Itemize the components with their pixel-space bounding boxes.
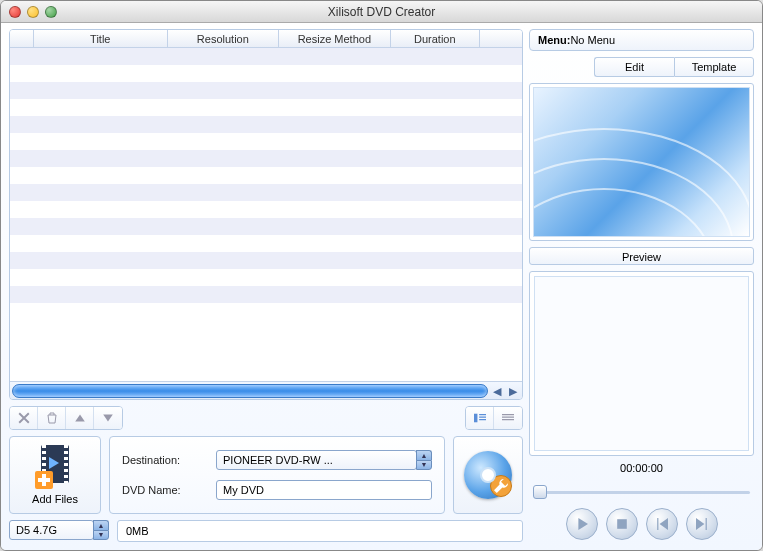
next-icon (696, 518, 708, 530)
menu-thumbnail-image (533, 87, 750, 237)
table-row (10, 133, 522, 150)
delete-item-button[interactable] (38, 407, 66, 429)
destination-row: Destination: PIONEER DVD-RW ... ▲▼ (122, 450, 432, 470)
scrollbar-track[interactable] (12, 384, 488, 398)
svg-rect-1 (617, 519, 627, 529)
x-icon (18, 412, 30, 424)
stop-icon (616, 518, 628, 530)
list-toolbar (9, 406, 523, 430)
disk-row: D5 4.7G ▲▼ 0MB (9, 520, 523, 542)
play-button[interactable] (566, 508, 598, 540)
menu-header-prefix: Menu: (538, 34, 570, 46)
table-row (10, 82, 522, 99)
horizontal-scrollbar[interactable]: ◀ ▶ (10, 381, 522, 399)
right-column: Menu: No Menu Edit Template Preview 00:0… (529, 29, 754, 542)
add-files-icon (35, 445, 75, 489)
prev-icon (656, 518, 668, 530)
triangle-up-icon (74, 412, 86, 424)
prev-button[interactable] (646, 508, 678, 540)
destination-value: PIONEER DVD-RW ... (223, 454, 333, 466)
window-title: Xilisoft DVD Creator (1, 5, 762, 19)
menu-tabs: Edit Template (529, 57, 754, 77)
column-blank (10, 30, 34, 47)
stop-button[interactable] (606, 508, 638, 540)
slider-thumb[interactable] (533, 485, 547, 499)
move-down-button[interactable] (94, 407, 122, 429)
column-headers: Title Resolution Resize Method Duration (10, 30, 522, 48)
destination-select[interactable]: PIONEER DVD-RW ... (216, 450, 417, 470)
slider-track (533, 491, 750, 494)
timecode: 00:00:00 (529, 462, 754, 478)
dvdname-row: DVD Name: (122, 480, 432, 500)
detail-view-icon (474, 412, 486, 424)
table-row (10, 99, 522, 116)
menu-header: Menu: No Menu (529, 29, 754, 51)
table-row (10, 252, 522, 269)
disk-usage-value: 0MB (126, 525, 149, 537)
add-files-button[interactable]: Add Files (9, 436, 101, 514)
menu-header-value: No Menu (570, 34, 615, 46)
remove-item-button[interactable] (10, 407, 38, 429)
playback-slider[interactable] (529, 484, 754, 500)
table-row (10, 303, 522, 320)
file-rows[interactable] (10, 48, 522, 381)
table-row (10, 167, 522, 184)
table-row (10, 286, 522, 303)
preview-label: Preview (529, 247, 754, 265)
zoom-window-button[interactable] (45, 6, 57, 18)
list-view-icon (502, 412, 514, 424)
disk-type-stepper[interactable]: ▲▼ (93, 520, 109, 540)
table-row (10, 48, 522, 65)
play-icon (576, 518, 588, 530)
view-list-button[interactable] (494, 407, 522, 429)
window-controls (9, 6, 57, 18)
item-actions-group (9, 406, 123, 430)
minimize-window-button[interactable] (27, 6, 39, 18)
main-body: Title Resolution Resize Method Duration (1, 23, 762, 550)
disk-usage-bar: 0MB (117, 520, 523, 542)
view-detail-button[interactable] (466, 407, 494, 429)
column-resolution[interactable]: Resolution (168, 30, 280, 47)
menu-thumbnail[interactable] (529, 83, 754, 241)
dvdname-input[interactable] (216, 480, 432, 500)
preview-area (534, 276, 749, 451)
destination-label: Destination: (122, 454, 206, 466)
column-title[interactable]: Title (34, 30, 168, 47)
table-row (10, 269, 522, 286)
file-list-panel: Title Resolution Resize Method Duration (9, 29, 523, 400)
left-column: Title Resolution Resize Method Duration (9, 29, 523, 542)
column-resize-method[interactable]: Resize Method (279, 30, 391, 47)
destination-panel: Destination: PIONEER DVD-RW ... ▲▼ DVD N… (109, 436, 445, 514)
bottom-row: Add Files Destination: PIONEER DVD-RW ..… (9, 436, 523, 514)
svg-rect-0 (474, 414, 477, 423)
move-up-button[interactable] (66, 407, 94, 429)
disc-icon (464, 451, 512, 499)
scroll-left-icon[interactable]: ◀ (490, 384, 504, 398)
table-row (10, 184, 522, 201)
dvdname-label: DVD Name: (122, 484, 206, 496)
burn-settings-button[interactable] (453, 436, 523, 514)
table-row (10, 201, 522, 218)
app-window: Xilisoft DVD Creator Title Resolution Re… (0, 0, 763, 551)
disk-type-select[interactable]: D5 4.7G ▲▼ (9, 520, 109, 542)
table-row (10, 65, 522, 82)
transport-controls (529, 506, 754, 542)
trash-icon (46, 412, 58, 424)
tab-template[interactable]: Template (674, 57, 754, 77)
titlebar: Xilisoft DVD Creator (1, 1, 762, 23)
tab-edit[interactable]: Edit (594, 57, 674, 77)
view-mode-group (465, 406, 523, 430)
destination-stepper[interactable]: ▲▼ (416, 450, 432, 470)
scroll-right-icon[interactable]: ▶ (506, 384, 520, 398)
add-files-label: Add Files (32, 493, 78, 505)
column-duration[interactable]: Duration (391, 30, 480, 47)
next-button[interactable] (686, 508, 718, 540)
triangle-down-icon (102, 412, 114, 424)
preview-box (529, 271, 754, 456)
wrench-badge-icon (490, 475, 512, 497)
table-row (10, 218, 522, 235)
close-window-button[interactable] (9, 6, 21, 18)
column-pad (480, 30, 522, 47)
table-row (10, 116, 522, 133)
table-row (10, 235, 522, 252)
